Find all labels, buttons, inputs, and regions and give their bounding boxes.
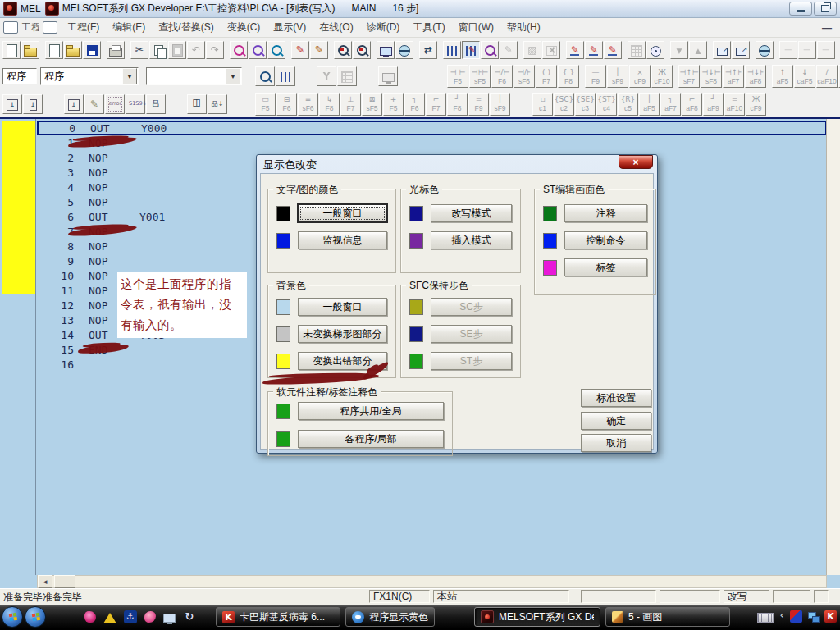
toolbar-button[interactable]: ↓	[64, 94, 84, 114]
toolbar-button[interactable]	[337, 66, 357, 86]
color-swatch[interactable]	[276, 233, 290, 249]
toolbar-button[interactable]: Y	[317, 66, 336, 86]
ladder-key-button[interactable]: ⌐ F7	[426, 93, 446, 116]
ladder-key-button[interactable]: ⊣⊦⊢ sF5	[469, 65, 491, 88]
ladder-key-button[interactable]: {ST} c4	[596, 93, 617, 116]
toolbar-button[interactable]	[230, 41, 248, 59]
mdi-child-icon[interactable]	[3, 21, 18, 34]
menu-item[interactable]: 编辑(E)	[106, 19, 152, 36]
color-item-button[interactable]: 未变换梯形图部分	[298, 325, 387, 343]
ladder-key-button[interactable]: ⊣/⊢ F6	[491, 65, 513, 88]
ladder-key-button[interactable]: ≡ sF6	[298, 93, 318, 116]
toolbar-button[interactable]	[817, 41, 835, 59]
toolbar-button[interactable]	[2, 41, 21, 59]
toolbar-button[interactable]	[267, 41, 285, 59]
program-combobox[interactable]: 程序 ▼	[40, 67, 139, 85]
toolbar-button[interactable]	[130, 41, 148, 59]
color-swatch[interactable]	[276, 206, 290, 221]
toolbar-button[interactable]	[353, 41, 371, 59]
ladder-key-button[interactable]: ↑ aF5	[772, 65, 793, 88]
toolbar-button[interactable]	[107, 41, 125, 59]
keyboard-icon[interactable]	[757, 613, 774, 623]
toolbar-button[interactable]	[500, 41, 518, 59]
color-item-button[interactable]: 控制命令	[564, 231, 647, 249]
color-swatch[interactable]	[409, 354, 423, 369]
color-swatch[interactable]	[276, 354, 290, 369]
taskbar-task[interactable]: 5 - 画图	[605, 607, 730, 627]
toolbar-button[interactable]	[378, 66, 398, 86]
start-button[interactable]	[2, 606, 23, 628]
minimize-button[interactable]	[789, 2, 812, 16]
color-item-button[interactable]: 标签	[564, 258, 647, 276]
ladder-key-button[interactable]: {SE} c3	[575, 93, 596, 116]
toolbar-button[interactable]	[566, 41, 584, 59]
menu-item[interactable]: 诊断(D)	[360, 19, 407, 36]
color-item-button[interactable]: 各程序/局部	[298, 430, 444, 448]
toolbar-button[interactable]	[255, 66, 275, 86]
color-swatch[interactable]	[543, 233, 557, 249]
toolbar-button[interactable]	[83, 41, 101, 59]
toolbar-button[interactable]	[481, 41, 499, 59]
toolbar-button[interactable]	[462, 41, 480, 59]
menu-item[interactable]: 帮助(H)	[500, 19, 547, 36]
color-swatch[interactable]	[409, 299, 423, 315]
ladder-key-button[interactable]: ⊣/⊦ sF6	[514, 65, 535, 88]
ladder-key-button[interactable]: Ж cF10	[651, 65, 673, 88]
qlpink-icon[interactable]	[84, 611, 96, 623]
restore-button[interactable]	[814, 2, 837, 16]
menu-item[interactable]: 工具(T)	[406, 19, 451, 36]
ladder-key-button[interactable]: {SC} c2	[554, 93, 574, 116]
color-item-button[interactable]: 改写模式	[431, 204, 512, 222]
color-item-button[interactable]: SC步	[431, 298, 512, 316]
ladder-key-button[interactable]: {R} c5	[618, 93, 638, 116]
toolbar-button[interactable]	[779, 41, 797, 59]
toolbar-button[interactable]	[523, 41, 541, 59]
ladder-key-button[interactable]: │ sF9	[607, 65, 628, 88]
qlmon-icon[interactable]	[163, 614, 176, 623]
ladder-key-button[interactable]: = aF10	[724, 93, 745, 116]
toolbar-button[interactable]	[206, 41, 224, 59]
color-item-button[interactable]: SE步	[431, 325, 512, 343]
taskbar-task[interactable]: 程序显示黄色的问...	[345, 607, 435, 627]
vertical-scrollbar[interactable]	[826, 119, 840, 575]
toolbar-button[interactable]: S1S9↓	[126, 94, 145, 114]
color-swatch[interactable]	[276, 404, 290, 419]
toolbar-button[interactable]	[377, 41, 395, 59]
horizontal-scrollbar[interactable]: ◄	[37, 575, 827, 588]
qlarc-icon[interactable]: ↻	[183, 610, 196, 623]
color-swatch[interactable]	[409, 206, 423, 221]
color-item-button[interactable]: 插入模式	[431, 231, 512, 249]
chevron-down-icon[interactable]: ▼	[226, 68, 240, 84]
ladder-key-button[interactable]: + F5	[383, 93, 404, 116]
toolbar-button[interactable]: ↓	[2, 94, 22, 114]
toolbar-button[interactable]	[628, 41, 646, 59]
qlanchor-icon[interactable]: ⚓	[124, 610, 137, 623]
chevron-down-icon[interactable]: ▼	[122, 68, 137, 84]
kasp2-icon[interactable]: K	[824, 610, 837, 623]
color-swatch[interactable]	[276, 326, 290, 342]
toolbar-button[interactable]: 吕	[146, 94, 166, 114]
ime-icon[interactable]	[790, 610, 802, 623]
secondary-combobox[interactable]: ▼	[146, 67, 242, 85]
color-item-button[interactable]: 注释	[564, 204, 647, 222]
ladder-key-button[interactable]: ┐ aF7	[660, 93, 681, 116]
standard-settings-button[interactable]: 标准设置	[581, 389, 651, 407]
color-item-button[interactable]: 一般窗口	[298, 204, 387, 222]
toolbar-button[interactable]	[310, 41, 328, 59]
toolbar-button[interactable]	[713, 41, 731, 59]
toolbar-button[interactable]	[689, 41, 707, 59]
menu-item[interactable]: 显示(V)	[267, 19, 313, 36]
ladder-key-button[interactable]: ⊣↑⊦ aF7	[723, 65, 744, 88]
toolbar-button[interactable]: 田	[187, 94, 207, 114]
toolbar-button[interactable]: 品↓	[208, 94, 227, 114]
ladder-key-button[interactable]: ▭ F5	[255, 93, 276, 116]
ok-button[interactable]: 确定	[581, 412, 651, 430]
toolbar-button[interactable]: ↓	[23, 94, 43, 114]
ladder-key-button[interactable]: ⊣↓⊦ aF8	[745, 65, 766, 88]
color-swatch[interactable]	[543, 206, 557, 221]
toolbar-button[interactable]: error	[105, 94, 125, 114]
toolbar-button[interactable]	[604, 41, 622, 59]
ladder-key-button[interactable]: ▫ c1	[532, 93, 553, 116]
ladder-key-button[interactable]: ┘ F8	[447, 93, 468, 116]
toolbar-button[interactable]	[732, 41, 750, 59]
